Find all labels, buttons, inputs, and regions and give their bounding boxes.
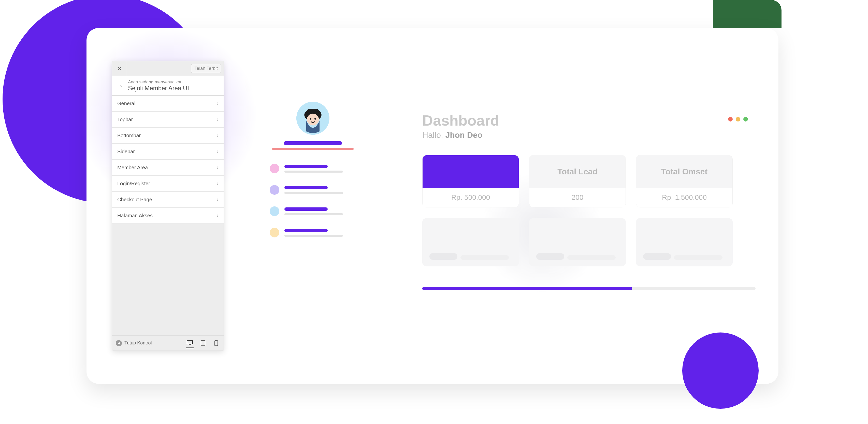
customizer-item-label: Login/Register (117, 181, 150, 187)
back-button[interactable]: ‹ (117, 81, 125, 90)
sidebar-nav-item[interactable] (270, 228, 364, 237)
sidebar-nav-item[interactable] (270, 185, 364, 195)
svg-point-10 (310, 118, 312, 120)
customizer-item-label: Sidebar (117, 149, 135, 155)
stat-card[interactable]: Total Lead 200 (529, 155, 626, 207)
window-close-dot[interactable] (728, 117, 733, 122)
progress-bar-fill (422, 287, 632, 290)
chevron-right-icon: › (217, 196, 219, 203)
customizer-item-label: Halaman Akses (117, 213, 153, 219)
avatar (297, 102, 330, 135)
nav-dot-icon (270, 206, 279, 216)
svg-point-9 (307, 113, 319, 126)
window-controls (728, 117, 748, 122)
stat-card-value: Rp. 500.000 (423, 188, 519, 207)
sidebar-subtitle-placeholder (272, 148, 353, 150)
nav-dot-icon (270, 185, 279, 195)
app-window: ✕ Telah Terbit ‹ Anda sedang menyesuaika… (87, 28, 778, 384)
svg-rect-1 (189, 345, 191, 345)
customizer-item-label: Member Area (117, 165, 148, 170)
chevron-right-icon: › (217, 100, 219, 107)
greeting-prefix: Hallo, (422, 130, 445, 139)
customizer-item-halaman-akses[interactable]: Halaman Akses › (112, 208, 224, 224)
chevron-right-icon: › (217, 164, 219, 171)
stat-cards-row: Rp. 500.000 Total Lead 200 Total Omset R… (422, 155, 755, 207)
customizer-item-label: Topbar (117, 117, 133, 123)
customizer-title-row: ‹ Anda sedang menyesuaikan Sejoli Member… (112, 76, 224, 96)
skeleton-cards-row (422, 218, 755, 266)
customizer-item-topbar[interactable]: Topbar › (112, 111, 224, 128)
desktop-icon (187, 340, 193, 345)
sidebar-name-placeholder (284, 141, 342, 145)
page-title: Dashboard (422, 112, 755, 129)
greeting-name: Jhon Deo (445, 130, 483, 139)
window-max-dot[interactable] (743, 117, 748, 122)
nav-label-placeholder (284, 229, 328, 232)
customizer-item-general[interactable]: General › (112, 96, 224, 111)
svg-point-11 (314, 118, 316, 120)
customizer-item-bottombar[interactable]: Bottombar › (112, 128, 224, 143)
window-min-dot[interactable] (736, 117, 740, 122)
close-button[interactable]: ✕ (112, 61, 127, 76)
svg-point-3 (203, 345, 203, 345)
close-icon: ✕ (117, 65, 122, 72)
tablet-icon (201, 340, 205, 346)
stat-card-value: 200 (529, 188, 626, 207)
chevron-right-icon: › (217, 132, 219, 139)
customizer-item-member-area[interactable]: Member Area › (112, 160, 224, 176)
sidebar-preview (262, 102, 364, 249)
sidebar-nav-item[interactable] (270, 206, 364, 216)
collapse-label: Tutup Kontrol (124, 340, 152, 346)
decor-green-wedge (713, 0, 781, 28)
svg-point-5 (216, 345, 216, 345)
avatar-icon (297, 102, 330, 135)
mobile-icon (214, 340, 218, 346)
skeleton-card (636, 218, 733, 266)
nav-sublabel-placeholder (284, 170, 343, 173)
svg-rect-0 (187, 340, 193, 344)
stat-card-value: Rp. 1.500.000 (636, 188, 733, 207)
customizer-spacer (112, 224, 224, 335)
customizer-item-checkout-page[interactable]: Checkout Page › (112, 192, 224, 208)
customizer-context-label: Anda sedang menyesuaikan (128, 79, 189, 85)
svg-rect-8 (307, 109, 319, 113)
device-tablet-button[interactable] (199, 338, 207, 348)
customizer-item-label: Checkout Page (117, 197, 152, 203)
customizer-topbar: ✕ Telah Terbit (112, 61, 224, 76)
chevron-right-icon: › (217, 116, 219, 123)
customizer-bottombar: ◄ Tutup Kontrol (112, 335, 224, 351)
chevron-left-icon: ‹ (120, 83, 122, 89)
nav-sublabel-placeholder (284, 213, 343, 215)
customizer-item-sidebar[interactable]: Sidebar › (112, 143, 224, 160)
sidebar-nav-item[interactable] (270, 164, 364, 173)
device-mobile-button[interactable] (212, 338, 220, 348)
device-desktop-button[interactable] (186, 338, 194, 348)
chevron-right-icon: › (217, 180, 219, 187)
collapse-controls-button[interactable]: ◄ Tutup Kontrol (116, 340, 152, 346)
customizer-item-label: Bottombar (117, 133, 141, 138)
skeleton-card (422, 218, 519, 266)
customizer-item-login-register[interactable]: Login/Register › (112, 176, 224, 192)
stat-card-header: Total Lead (529, 155, 626, 188)
skeleton-card (529, 218, 626, 266)
stat-card-header (423, 155, 519, 188)
customizer-section-list: General › Topbar › Bottombar › Sidebar ›… (112, 96, 224, 224)
customizer-title: Sejoli Member Area UI (128, 85, 189, 92)
customizer-item-label: General (117, 101, 135, 106)
nav-label-placeholder (284, 186, 328, 189)
publish-status-button[interactable]: Telah Terbit (191, 64, 221, 73)
progress-bar (422, 287, 755, 290)
stat-card-header: Total Omset (636, 155, 733, 188)
device-switcher (186, 338, 220, 348)
stat-card[interactable]: Rp. 500.000 (422, 155, 519, 207)
chevron-right-icon: › (217, 212, 219, 219)
chevron-right-icon: › (217, 148, 219, 155)
nav-sublabel-placeholder (284, 235, 343, 237)
greeting: Hallo, Jhon Deo (422, 130, 755, 140)
nav-sublabel-placeholder (284, 192, 343, 194)
customizer-panel: ✕ Telah Terbit ‹ Anda sedang menyesuaika… (112, 61, 224, 351)
collapse-icon: ◄ (116, 340, 122, 346)
decor-circle-right (682, 332, 758, 409)
nav-label-placeholder (284, 207, 328, 211)
stat-card[interactable]: Total Omset Rp. 1.500.000 (636, 155, 733, 207)
